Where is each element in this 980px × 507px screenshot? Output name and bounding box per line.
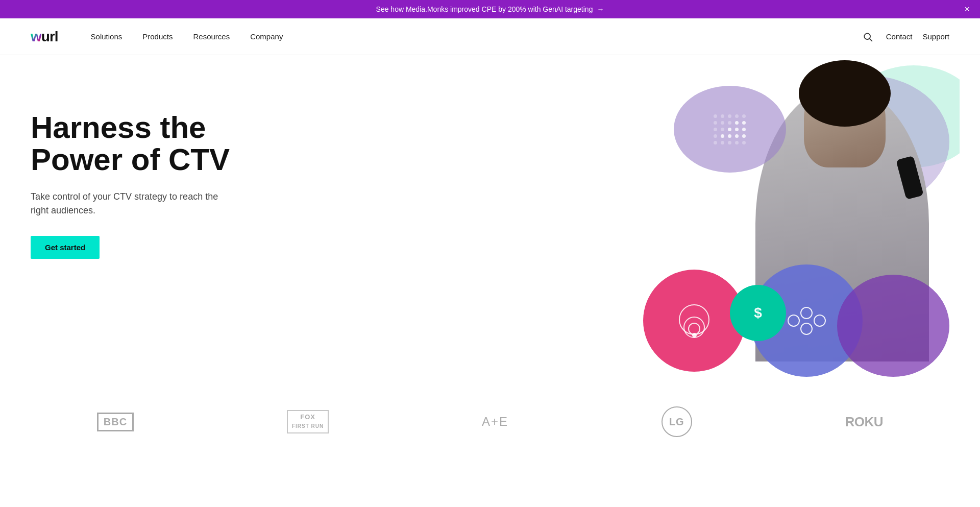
logo-link[interactable]: wurl — [31, 29, 58, 45]
nav-resources[interactable]: Resources — [185, 28, 238, 45]
broadcast-icon — [679, 304, 709, 337]
banner-arrow: → — [597, 5, 604, 13]
hero-visual: $ — [623, 55, 980, 382]
dots-chart-icon — [714, 114, 746, 144]
dollar-icon: $ — [754, 305, 762, 321]
hero-cta-button[interactable]: Get started — [31, 236, 100, 259]
hero-section: Harness the Power of CTV Take control of… — [0, 55, 980, 382]
search-button[interactable] — [860, 29, 876, 45]
network-icon — [788, 307, 826, 335]
hero-subtitle: Take control of your CTV strategy to rea… — [31, 190, 225, 218]
chart-blob — [674, 86, 786, 173]
nav-solutions[interactable]: Solutions — [83, 28, 131, 45]
contact-button[interactable]: Contact — [886, 32, 913, 41]
support-button[interactable]: Support — [922, 32, 949, 41]
hero-content: Harness the Power of CTV Take control of… — [31, 96, 230, 259]
brand-roku: Roku — [845, 414, 884, 430]
brand-ae: A+E — [482, 415, 508, 429]
broadcast-blob — [643, 270, 745, 372]
search-icon — [863, 32, 873, 42]
person-hair — [799, 60, 891, 127]
brands-section: BBC FOXFIRST RUN A+E LG Roku — [0, 382, 980, 462]
brands-row: BBC FOXFIRST RUN A+E LG Roku — [31, 406, 949, 437]
logo: wurl — [31, 29, 58, 45]
banner-text: See how Media.Monks improved CPE by 200%… — [376, 5, 593, 13]
navbar: wurl Solutions Products Resources Compan… — [0, 18, 980, 55]
nav-right: Contact Support — [860, 29, 949, 45]
top-banner: See how Media.Monks improved CPE by 200%… — [0, 0, 980, 18]
brand-fox: FOXFIRST RUN — [287, 410, 329, 433]
nav-products[interactable]: Products — [134, 28, 181, 45]
nav-company[interactable]: Company — [242, 28, 291, 45]
banner-close-button[interactable]: × — [964, 5, 970, 14]
purple-dark-blob — [837, 275, 949, 377]
dollar-blob: $ — [730, 285, 786, 341]
brand-bbc: BBC — [97, 413, 134, 431]
hero-title: Harness the Power of CTV — [31, 111, 230, 176]
brand-lg: LG — [662, 406, 692, 437]
svg-line-1 — [870, 38, 872, 41]
nav-links: Solutions Products Resources Company — [83, 28, 860, 45]
